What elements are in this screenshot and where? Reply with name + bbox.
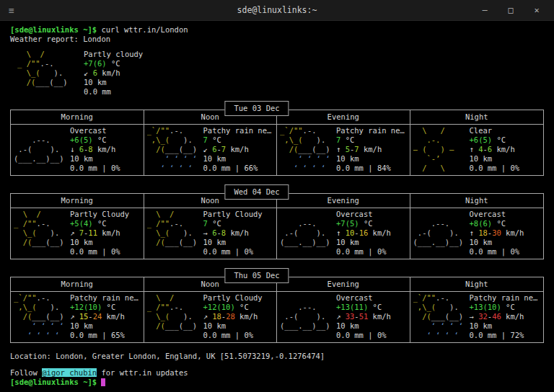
weather-art-clearnight: \ / .-. ― ( ) ― `-’ / \ [413,126,465,173]
column-header-evening: Evening [277,277,410,291]
forecast-cell-night: \ / .-. ― ( ) ― `-’ / \ Clear +6(5) °C ↑… [410,125,544,175]
weather-art-overcast: .--. .-( ). (___.__)__) [14,126,66,173]
column-header-morning: Morning [11,277,144,291]
maximize-button[interactable]: □ [498,5,524,15]
date-label: Thu 05 Dec [224,268,289,283]
menu-icon[interactable]: ≡ [9,5,14,16]
follow-prefix: Follow [10,368,42,377]
weather-details: Overcast +13(11) °C ↗ 33-51 km/h 10 km 0… [336,293,391,340]
column-header-morning: Morning [11,110,144,124]
location-line: Location: London, Greater London, Englan… [10,352,554,361]
table-body-row: \ / _ /"".-. \_( ). /(___(__) Partly Clo… [11,208,543,259]
minimize-button[interactable]: – [472,5,498,15]
follow-suffix: for wttr.in updates [97,368,188,377]
close-button[interactable]: ✕ [524,5,550,15]
forecast-tables: Tue 03 DecMorningNoonEveningNight .--. .… [10,110,554,343]
column-header-evening: Evening [277,110,410,124]
forecast-cell-morning: \ / _ /"".-. \_( ). /(___(__) Partly Clo… [11,208,144,259]
follow-handle-link[interactable]: @igor_chubin [42,368,97,377]
window-controls: – □ ✕ [472,5,550,15]
forecast-cell-morning: .--. .-( ). (___.__)__) Overcast +6(5) °… [11,125,144,175]
terminal-window: ≡ sde@linuxlinks:~ – □ ✕ [sde@linuxlinks… [0,0,554,392]
weather-details: Patchy rain ne… 7 °C ↑ 5-7 km/h 10 km 0.… [336,126,405,173]
titlebar: ≡ sde@linuxlinks:~ – □ ✕ [0,0,554,21]
forecast-cell-evening: _`/"".-. ,\_( ). /(___(__) ‘ ‘ ‘ ‘ ‘ ‘ ‘… [277,125,410,175]
terminal-content: [sde@linuxlinks ~]$ curl wttr.in/London … [0,21,554,392]
forecast-cell-noon: \ / _ /"".-. \_( ). /(___(__) Partly Clo… [144,292,278,342]
column-header-night: Night [410,277,544,291]
weather-details: Clear +6(5) °C ↑ 4-6 km/h 10 km 0.0 mm |… [470,126,520,173]
weather-art-patchyrain: _`/"".-. ,\_( ). /(___(__) ‘ ‘ ‘ ‘ ‘ ‘ ‘… [413,293,465,340]
weather-art-overcast: .--. .-( ). (___.__)__) [413,210,465,257]
forecast-table-thu-05-dec: Thu 05 DecMorningNoonEveningNight_`/"".-… [10,277,544,343]
weather-details: Overcast +7(5) °C ↑ 10-16 km/h 10 km 0.0… [336,210,391,257]
date-label: Wed 04 Dec [224,184,289,200]
forecast-table-wed-04-dec: Wed 04 DecMorningNoonEveningNight \ / _ … [10,193,544,259]
weather-details: Partly Cloudy +5(4) °C ↗ 7-11 km/h 10 km… [70,210,129,257]
forecast-table-tue-03-dec: Tue 03 DecMorningNoonEveningNight .--. .… [10,110,544,176]
weather-art-patchyrain: _`/"".-. ,\_( ). /(___(__) ‘ ‘ ‘ ‘ ‘ ‘ ‘… [280,126,332,173]
weather-art-patchyrain: _`/"".-. ,\_( ). /(___(__) ‘ ‘ ‘ ‘ ‘ ‘ ‘… [14,293,66,340]
weather-art-partlycloudy: \ / _ /"".-. \_( ). /(___(__) [17,50,69,97]
weather-details: Patchy rain ne… 7 °C ↙ 6-7 km/h 10 km 0.… [203,126,272,173]
weather-art-partlycloudy: \ / _ /"".-. \_( ). /(___(__) [14,210,66,257]
command-line: [sde@linuxlinks ~]$ curl wttr.in/London [10,25,554,35]
terminal-cursor [101,378,105,386]
follow-line: Follow @igor_chubin for wttr.in updates [10,368,554,378]
window-title: sde@linuxlinks:~ [237,5,317,15]
current-conditions: \ / _ /"".-. \_( ). /(___(__) Partly clo… [17,50,554,97]
date-label: Tue 03 Dec [224,101,289,116]
weather-details: Partly cloudy +7(6) °C ↙ 6 km/h 10 km 0.… [84,50,143,97]
table-body-row: .--. .-( ). (___.__)__) Overcast +6(5) °… [11,125,543,175]
forecast-cell-evening: .--. .-( ). (___.__)__) Overcast +7(5) °… [277,208,410,259]
weather-art-overcast: .--. .-( ). (___.__)__) [280,293,332,340]
forecast-cell-night: .--. .-( ). (___.__)__) Overcast +8(6) °… [410,208,544,259]
shell-prompt-bottom: [sde@linuxlinks ~]$ [10,378,97,386]
forecast-cell-night: _`/"".-. ,\_( ). /(___(__) ‘ ‘ ‘ ‘ ‘ ‘ ‘… [410,292,544,342]
prompt-line: [sde@linuxlinks ~]$ [10,378,554,387]
forecast-cell-evening: .--. .-( ). (___.__)__) Overcast +13(11)… [277,292,410,342]
weather-details: Overcast +8(6) °C ↑ 18-30 km/h 10 km 0.0… [470,210,524,257]
table-body-row: _`/"".-. ,\_( ). /(___(__) ‘ ‘ ‘ ‘ ‘ ‘ ‘… [11,292,543,342]
column-header-morning: Morning [11,194,144,208]
column-header-night: Night [410,194,544,208]
weather-details: Partly Cloudy +12(10) °C ↗ 18-28 km/h 10… [203,293,263,340]
shell-command: curl wttr.in/London [97,25,188,34]
weather-art-patchyrain: _`/"".-. ,\_( ). /(___(__) ‘ ‘ ‘ ‘ ‘ ‘ ‘… [147,126,199,173]
weather-details: Overcast +6(5) °C ↓ 6-8 km/h 10 km 0.0 m… [70,126,120,173]
shell-prompt: [sde@linuxlinks ~]$ [10,25,97,34]
weather-report-title: Weather report: London [10,35,554,44]
weather-art-partlycloudy: \ / _ /"".-. \_( ). /(___(__) [147,210,199,257]
weather-details: Patchy rain ne… +12(10) °C ↗ 15-24 km/h … [70,293,138,340]
weather-art-partlycloudy: \ / _ /"".-. \_( ). /(___(__) [147,293,199,340]
forecast-cell-noon: _`/"".-. ,\_( ). /(___(__) ‘ ‘ ‘ ‘ ‘ ‘ ‘… [144,125,278,175]
forecast-cell-morning: _`/"".-. ,\_( ). /(___(__) ‘ ‘ ‘ ‘ ‘ ‘ ‘… [11,292,144,342]
weather-art-overcast: .--. .-( ). (___.__)__) [280,210,332,257]
weather-details: Patchy rain ne… +13(10) °C → 32-46 km/h … [470,293,538,340]
column-header-night: Night [410,110,544,124]
forecast-cell-noon: \ / _ /"".-. \_( ). /(___(__) Partly Clo… [144,208,278,259]
weather-details: Partly Cloudy 7 °C → 6-8 km/h 10 km 0.0 … [203,210,263,257]
column-header-evening: Evening [277,194,410,208]
